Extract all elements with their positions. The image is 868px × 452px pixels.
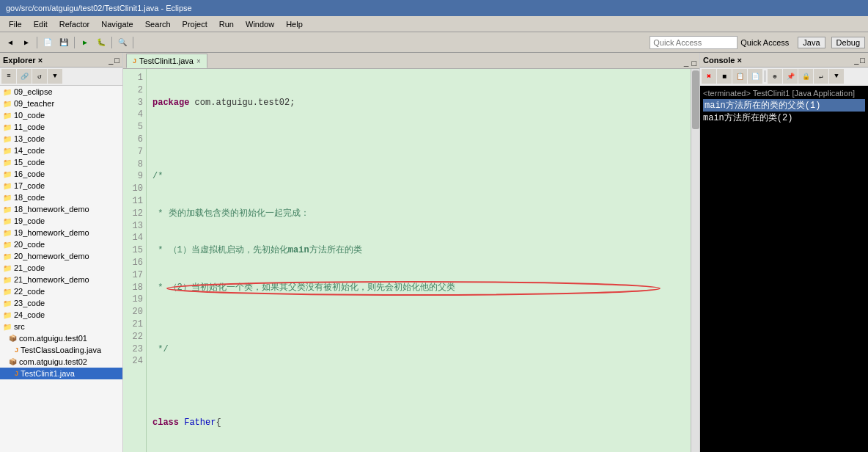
code-line-5: * （1）当虚拟机启动，先初始化main方法所在的类 (152, 244, 694, 257)
menu-refactor[interactable]: Refactor (54, 18, 96, 30)
editor-tabs: J TestClinit1.java × _ □ (123, 53, 699, 69)
toolbar-run[interactable]: ▶ (78, 35, 92, 50)
explorer-item-test02-pkg[interactable]: 📦com.atguigu.test02 (0, 356, 122, 368)
toolbar-search[interactable]: 🔍 (115, 35, 130, 50)
menu-file[interactable]: File (3, 18, 28, 30)
code-line-1: package com.atguigu.test02; (152, 97, 694, 109)
toolbar-save[interactable]: 💾 (56, 35, 71, 50)
console-clear[interactable]: ✖ (702, 69, 716, 84)
explorer-item-21-homework[interactable]: 📁21_homework_demo (0, 274, 122, 285)
console-minimize[interactable]: _ (854, 56, 858, 65)
quick-access-area: Quick Access Java Debug (650, 36, 865, 49)
tab-java-icon: J (133, 57, 136, 65)
console-stop[interactable]: ■ (717, 69, 732, 84)
toolbar-debug-label: Debug (831, 37, 865, 48)
explorer-item-11-code[interactable]: 📁11_code (0, 121, 122, 133)
console-btn3[interactable]: 📋 (732, 69, 747, 84)
toolbar-sep1 (37, 37, 37, 48)
toolbar-sep3 (111, 37, 112, 48)
explorer-item-24-code[interactable]: 📁24_code (0, 309, 122, 321)
console-terminated: <terminated> TestClinit1 [Java Applicati… (703, 89, 865, 98)
console-output-line2: main方法所在的类(2) (703, 112, 865, 124)
toolbar: ◀ ▶ 📄 💾 ▶ 🐛 🔍 Quick Access Java Debug (0, 32, 868, 53)
explorer-item-14-code[interactable]: 📁14_code (0, 145, 122, 156)
console-btn4[interactable]: 📄 (748, 69, 762, 84)
console-sep (765, 70, 765, 82)
explorer-toolbar: ≡ 🔗 ↺ ▼ (0, 68, 122, 86)
menu-search[interactable]: Search (139, 18, 177, 30)
explorer-dropdown[interactable]: ▼ (48, 69, 62, 84)
vertical-scrollbar[interactable] (691, 69, 699, 452)
menu-project[interactable]: Project (177, 18, 213, 30)
code-line-6: * （2）当初始化一个类，如果其父类没有被初始化，则先会初始化他的父类 (152, 282, 694, 318)
console-maximize[interactable]: □ (860, 56, 865, 65)
menu-run[interactable]: Run (213, 18, 240, 30)
console-word-wrap[interactable]: ↵ (814, 69, 828, 84)
quick-access-input[interactable] (650, 36, 738, 49)
explorer-item-testclinit1[interactable]: JTestClinit1.java (0, 368, 122, 379)
code-line-9: class Father{ (152, 417, 694, 429)
title-bar: gov/src/com/atguigu/test02/TestClinit1.j… (0, 0, 868, 16)
code-line-3: /* (152, 170, 694, 183)
explorer-item-15-code[interactable]: 📁15_code (0, 156, 122, 168)
explorer-collapse[interactable]: ≡ (1, 69, 16, 84)
console-output-line1: main方法所在的类的父类(1) (703, 99, 865, 112)
toolbar-debug[interactable]: 🐛 (94, 35, 108, 50)
explorer-item-23-code[interactable]: 📁23_code (0, 297, 122, 309)
code-line-8 (152, 380, 694, 393)
explorer-item-22-code[interactable]: 📁22_code (0, 285, 122, 297)
explorer-panel: Explorer × _ □ ≡ 🔗 ↺ ▼ 📁09_eclipse 📁09_t… (0, 53, 123, 452)
code-content[interactable]: package com.atguigu.test02; /* * 类的加载包含类… (147, 69, 699, 452)
console-pin[interactable]: 📌 (783, 69, 798, 84)
editor-maximize[interactable]: □ (691, 59, 696, 68)
explorer-item-src[interactable]: 📁src (0, 321, 122, 332)
explorer-item-20-code[interactable]: 📁20_code (0, 238, 122, 250)
explorer-content: 📁09_eclipse 📁09_teacher 📁10_code 📁11_cod… (0, 86, 122, 452)
toolbar-sep2 (74, 37, 75, 48)
console-header: Console × _ □ (700, 53, 868, 68)
explorer-item-21-code[interactable]: 📁21_code (0, 262, 122, 274)
code-container[interactable]: 1 2 3 4 5 6 7 8 9 10 11 12 13 14 15 16 1… (123, 69, 699, 452)
toolbar-back[interactable]: ◀ (3, 35, 18, 50)
explorer-item-16-code[interactable]: 📁16_code (0, 168, 122, 180)
explorer-maximize[interactable]: □ (114, 56, 119, 65)
console-new-terminal[interactable]: ⊕ (768, 69, 782, 84)
explorer-item-20-homework[interactable]: 📁20_homework_demo (0, 250, 122, 262)
explorer-sync[interactable]: ↺ (32, 69, 47, 84)
explorer-item-18-code[interactable]: 📁18_code (0, 192, 122, 203)
menu-edit[interactable]: Edit (28, 18, 54, 30)
console-content: <terminated> TestClinit1 [Java Applicati… (700, 86, 868, 452)
menu-window[interactable]: Window (240, 18, 280, 30)
tab-close[interactable]: × (196, 57, 201, 65)
console-toolbar: ✖ ■ 📋 📄 ⊕ 📌 🔒 ↵ ▼ (700, 68, 868, 86)
explorer-item-19-code[interactable]: 📁19_code (0, 215, 122, 227)
explorer-item-19-homework[interactable]: 📁19_homework_demo (0, 227, 122, 238)
explorer-item-18-homework[interactable]: 📁18_homework_demo (0, 203, 122, 215)
console-dropdown[interactable]: ▼ (829, 69, 844, 84)
console-title: Console × (703, 56, 742, 65)
code-line-2 (152, 134, 694, 146)
code-line-4: * 类的加载包含类的初始化一起完成： (152, 208, 694, 220)
editor-tab-testclinit1[interactable]: J TestClinit1.java × (126, 54, 207, 68)
explorer-item-09-eclipse[interactable]: 📁09_eclipse (0, 86, 122, 98)
quick-access-label: Quick Access (740, 38, 789, 47)
toolbar-new[interactable]: 📄 (40, 35, 55, 50)
console-panel: Console × _ □ ✖ ■ 📋 📄 ⊕ 📌 🔒 ↵ ▼ <termina… (699, 53, 868, 452)
explorer-item-17-code[interactable]: 📁17_code (0, 180, 122, 192)
console-scroll-lock[interactable]: 🔒 (798, 69, 813, 84)
explorer-minimize[interactable]: _ (108, 56, 113, 65)
editor-area: J TestClinit1.java × _ □ 1 2 3 4 5 6 7 8… (123, 53, 699, 452)
explorer-item-09-teacher[interactable]: 📁09_teacher (0, 98, 122, 109)
menu-help[interactable]: Help (280, 18, 309, 30)
explorer-item-testclassloading[interactable]: JTestClassLoading.java (0, 344, 122, 356)
menu-navigate[interactable]: Navigate (95, 18, 139, 30)
explorer-item-10-code[interactable]: 📁10_code (0, 109, 122, 121)
toolbar-forward[interactable]: ▶ (19, 35, 34, 50)
editor-minimize[interactable]: _ (684, 59, 689, 68)
main-layout: Explorer × _ □ ≡ 🔗 ↺ ▼ 📁09_eclipse 📁09_t… (0, 53, 868, 452)
explorer-link[interactable]: 🔗 (17, 69, 32, 84)
menu-bar: File Edit Refactor Navigate Search Proje… (0, 16, 868, 32)
toolbar-sep4 (133, 37, 133, 48)
explorer-item-13-code[interactable]: 📁13_code (0, 133, 122, 145)
explorer-item-test01-pkg[interactable]: 📦com.atguigu.test01 (0, 332, 122, 344)
